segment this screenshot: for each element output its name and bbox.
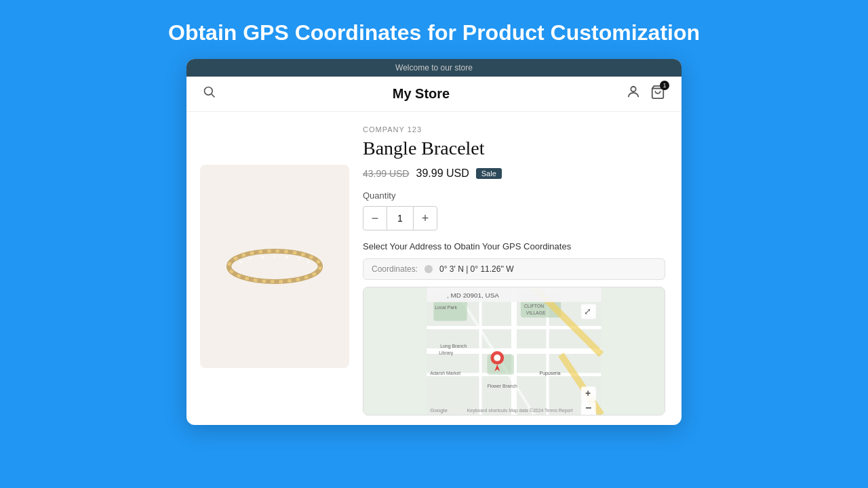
quantity-control: − 1 + <box>363 206 437 230</box>
cart-badge: 1 <box>660 81 669 90</box>
svg-point-35 <box>494 354 500 361</box>
svg-text:Long Branch: Long Branch <box>440 344 467 349</box>
svg-text:Library: Library <box>439 350 454 356</box>
company-name: COMPANY 123 <box>363 125 665 134</box>
quantity-increase-button[interactable]: + <box>414 207 437 230</box>
svg-text:Flower Branch: Flower Branch <box>487 384 517 388</box>
svg-text:⤢: ⤢ <box>584 306 591 317</box>
price-row: 43.99 USD 39.99 USD Sale <box>363 167 665 180</box>
product-image-area <box>186 112 363 421</box>
search-icon[interactable] <box>203 85 216 102</box>
page-title: Obtain GPS Coordinates for Product Custo… <box>168 20 700 45</box>
quantity-label: Quantity <box>363 190 665 201</box>
svg-text:VILLAGE: VILLAGE <box>526 310 546 315</box>
svg-point-6 <box>240 261 243 264</box>
svg-text:Keyboard shortcuts  Map data ©: Keyboard shortcuts Map data ©2024 Terms … <box>467 408 573 413</box>
store-content: COMPANY 123 Bangle Bracelet 43.99 USD 39… <box>186 112 682 421</box>
quantity-decrease-button[interactable]: − <box>363 207 387 230</box>
svg-text:Google: Google <box>430 407 448 413</box>
sale-price: 39.99 USD <box>416 167 469 180</box>
address-section-label: Select Your Address to Obatin Your GPS C… <box>363 241 665 251</box>
svg-text:+: + <box>585 388 591 399</box>
svg-point-2 <box>631 87 635 92</box>
product-details: COMPANY 123 Bangle Bracelet 43.99 USD 39… <box>363 112 682 421</box>
coord-label: Coordinates: <box>372 264 418 274</box>
coord-value: 0° 3' N | 0° 11.26'' W <box>439 264 514 274</box>
original-price: 43.99 USD <box>363 168 409 179</box>
svg-point-9 <box>274 256 276 258</box>
svg-line-1 <box>212 94 215 98</box>
svg-point-7 <box>250 258 252 260</box>
coordinates-row: Coordinates: 0° 3' N | 0° 11.26'' W <box>363 258 665 280</box>
account-icon[interactable] <box>626 85 641 103</box>
svg-text:CLIFTON: CLIFTON <box>524 304 544 308</box>
product-title: Bangle Bracelet <box>363 138 665 159</box>
product-image <box>200 165 349 368</box>
quantity-value: 1 <box>387 207 414 230</box>
coord-dot1 <box>425 265 433 273</box>
svg-text:Pupuseria: Pupuseria <box>540 371 561 376</box>
store-name: My Store <box>216 86 626 102</box>
svg-point-11 <box>298 258 300 260</box>
svg-point-12 <box>307 261 310 264</box>
svg-text:, MD 20901, USA: , MD 20901, USA <box>447 291 499 299</box>
store-banner: Welcome to our store <box>186 59 682 77</box>
svg-text:Adarsh Market: Adarsh Market <box>430 371 460 375</box>
svg-text:Local Park: Local Park <box>435 305 457 310</box>
browser-window: Welcome to our store My Store <box>186 59 682 425</box>
svg-text:−: − <box>585 402 591 413</box>
store-header: My Store 1 <box>186 77 682 112</box>
svg-point-10 <box>285 256 288 259</box>
map-container: Local Park CLIFTON VILLAGE Long Branch L… <box>363 287 665 415</box>
cart-icon[interactable]: 1 <box>650 85 665 103</box>
svg-point-8 <box>261 256 264 259</box>
svg-point-0 <box>205 87 213 96</box>
sale-badge: Sale <box>476 168 502 179</box>
